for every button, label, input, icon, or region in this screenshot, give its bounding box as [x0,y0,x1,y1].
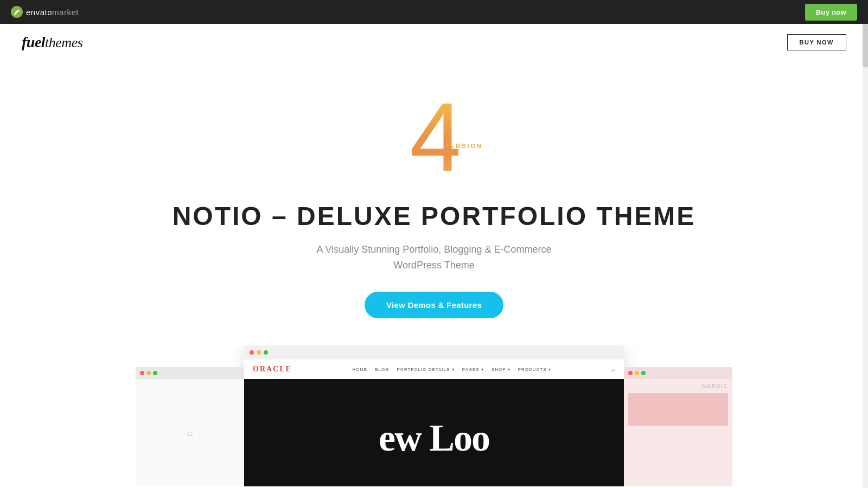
theme-header: fuelthemes BUY NOW [0,24,868,61]
dot-red-main [250,350,254,355]
nav-link-pages: PAGES ▾ [462,367,484,372]
oracle-logo: ORACLE [253,365,292,374]
preview-main-card: ORACLE HOME BLOG PORTFOLIO DETAILS ▾ PAG… [244,345,624,486]
preview-main-inner: ORACLE HOME BLOG PORTFOLIO DETAILS ▾ PAG… [244,359,624,486]
scrollbar-thumb[interactable] [863,24,868,67]
dot-yellow [146,371,151,375]
nav-link-products: PRODUCTS ▾ [518,367,551,372]
preview-left-inner: ⌕ [136,379,244,486]
scrollbar[interactable] [863,24,868,488]
preview-right-inner: NORDIC [624,379,732,486]
nav-link-shop: SHOP ▾ [492,367,510,372]
preview-right-dots-bar [624,367,732,379]
nordic-label: NORDIC [703,383,729,389]
hero-subtitle: A Visually Stunning Portfolio, Blogging … [317,242,552,273]
envato-leaf-icon [11,6,23,18]
buy-now-top-button[interactable]: Buy now [805,4,857,21]
dot-green-main [264,350,268,355]
preview-hero-text: ew Loo [379,419,489,457]
preview-hero-area: ew Loo [244,379,624,486]
version-label: VERSION [444,143,483,149]
fuel-themes-logo: fuelthemes [22,34,82,51]
preview-right-card: NORDIC [624,367,732,486]
main-content: fuelthemes BUY NOW 4 VERSION NOTIO – DEL… [0,24,868,488]
dot-green-right [641,371,646,375]
dot-green [153,371,157,375]
dot-yellow-main [257,350,261,355]
oracle-search-icon: ⌕ [611,366,615,373]
nav-link-blog: BLOG [375,367,389,372]
search-icon: ⌕ [187,427,193,439]
pink-decorative-block [628,393,728,426]
preview-section: ⌕ ORACLE HOME BLOG PORTFOLIO DE [136,345,732,486]
hero-title: NOTIO – DELUXE PORTFOLIO THEME [173,202,696,231]
top-navbar: envatomarket Buy now [0,0,868,24]
version-number: 4 [410,88,458,186]
nav-link-home: HOME [352,367,367,372]
buy-now-header-button[interactable]: BUY NOW [787,34,846,50]
preview-main-dots-bar [244,345,624,359]
version-graphic: 4 VERSION [380,83,488,191]
dot-red-right [628,371,633,375]
nav-link-portfolio: PORTFOLIO DETAILS ▾ [397,367,454,372]
envato-logo-text: envatomarket [26,8,79,17]
dot-red [140,371,144,375]
oracle-nav: ORACLE HOME BLOG PORTFOLIO DETAILS ▾ PAG… [244,359,624,379]
oracle-nav-links: HOME BLOG PORTFOLIO DETAILS ▾ PAGES ▾ SH… [352,367,551,372]
preview-left-dots-bar [136,367,244,379]
envato-logo: envatomarket [11,6,79,18]
hero-section: 4 VERSION NOTIO – DELUXE PORTFOLIO THEME… [0,61,868,488]
view-demos-button[interactable]: View Demos & Features [365,292,503,318]
preview-left-card: ⌕ [136,367,244,486]
dot-yellow-right [635,371,639,375]
